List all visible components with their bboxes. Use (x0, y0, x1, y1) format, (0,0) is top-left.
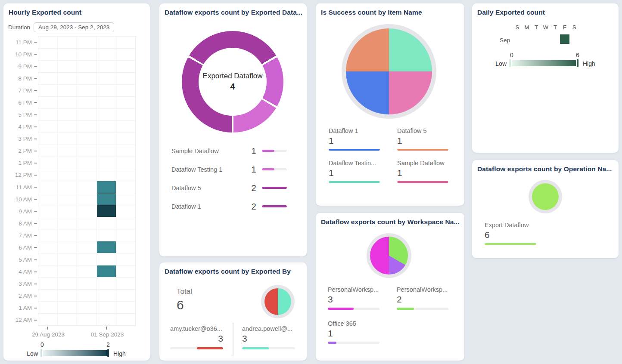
heatmap-cell[interactable] (38, 278, 58, 290)
heatmap-cell[interactable] (116, 37, 136, 49)
heatmap-cell[interactable] (38, 290, 58, 302)
heatmap-cell[interactable] (97, 157, 116, 169)
legend-item[interactable]: Dataflow Testin... 1 (329, 160, 380, 183)
heatmap-cell[interactable] (77, 49, 96, 61)
heatmap-cell[interactable] (116, 314, 136, 326)
heatmap-cell[interactable] (97, 85, 116, 97)
legend-item[interactable]: Dataflow 5 1 (397, 127, 448, 151)
heatmap-cell[interactable] (38, 217, 58, 229)
heatmap-cell[interactable] (38, 314, 58, 326)
heatmap-cell[interactable] (97, 37, 116, 49)
heatmap-cell[interactable] (38, 49, 58, 61)
heatmap-cell[interactable] (116, 73, 136, 85)
pie-chart[interactable] (532, 183, 559, 210)
heatmap-cell[interactable] (97, 205, 116, 217)
heatmap-cell[interactable] (77, 133, 96, 145)
heatmap-cell[interactable] (38, 253, 58, 265)
pie-chart[interactable] (370, 237, 408, 275)
heatmap-cell[interactable] (58, 193, 77, 205)
heatmap-cell[interactable] (58, 157, 77, 169)
heatmap-cell[interactable] (97, 169, 116, 181)
heatmap-cell[interactable] (38, 157, 58, 169)
heatmap-cell[interactable] (116, 145, 136, 157)
heatmap-cell[interactable] (38, 85, 58, 97)
donut-chart[interactable]: Exported Dataflow 4 (182, 31, 283, 133)
heatmap-cell[interactable] (116, 253, 136, 265)
heatmap-cell[interactable] (58, 253, 77, 265)
legend-item[interactable]: amy.tucker@o36... 3 (170, 325, 223, 349)
heatmap-cell[interactable] (38, 169, 58, 181)
heatmap-cell[interactable] (77, 37, 96, 49)
heatmap-cell[interactable] (77, 265, 96, 278)
heatmap-cell[interactable] (77, 217, 96, 229)
calendar-cell[interactable] (569, 34, 579, 44)
heatmap-cell[interactable] (116, 49, 136, 61)
heatmap-cell[interactable] (38, 193, 58, 205)
heatmap-cell[interactable] (97, 61, 116, 73)
heatmap-cell[interactable] (38, 109, 58, 121)
heatmap-cell[interactable] (58, 121, 77, 133)
heatmap-cell[interactable] (77, 97, 96, 109)
heatmap-cell[interactable] (97, 265, 116, 278)
heatmap-cell[interactable] (38, 37, 58, 49)
heatmap-cell[interactable] (58, 290, 77, 302)
heatmap-cell[interactable] (58, 241, 77, 253)
heatmap-cell[interactable] (38, 302, 58, 314)
heatmap-cell[interactable] (97, 217, 116, 229)
heatmap-cell[interactable] (77, 157, 96, 169)
heatmap-cell[interactable] (97, 278, 116, 290)
heatmap-cell[interactable] (58, 314, 77, 326)
heatmap-cell[interactable] (97, 253, 116, 265)
legend-item[interactable]: PersonalWorksp... 3 (328, 286, 379, 310)
heatmap-cell[interactable] (116, 229, 136, 241)
heatmap-cell[interactable] (116, 217, 136, 229)
calendar-cell[interactable] (541, 34, 550, 44)
legend-item[interactable]: Dataflow 5 2 (171, 182, 287, 193)
heatmap-cell[interactable] (97, 109, 116, 121)
heatmap-cell[interactable] (38, 265, 58, 278)
legend-item[interactable]: PersonalWorksp... 2 (397, 286, 448, 310)
heatmap-cell[interactable] (58, 205, 77, 217)
heatmap-cell[interactable] (58, 145, 77, 157)
heatmap-cell[interactable] (116, 265, 136, 278)
heatmap-cell[interactable] (77, 109, 96, 121)
heatmap-cell[interactable] (77, 181, 96, 193)
heatmap-cell[interactable] (77, 85, 96, 97)
heatmap-cell[interactable] (97, 181, 116, 193)
heatmap-cell[interactable] (58, 265, 77, 278)
calendar-cell[interactable] (560, 34, 569, 44)
heatmap-cell[interactable] (58, 181, 77, 193)
legend-item[interactable]: Sample Dataflow 1 (171, 145, 287, 156)
heatmap-cell[interactable] (58, 217, 77, 229)
heatmap-cell[interactable] (77, 169, 96, 181)
heatmap-cell[interactable] (38, 241, 58, 253)
heatmap-cell[interactable] (116, 61, 136, 73)
heatmap-cell[interactable] (116, 290, 136, 302)
heatmap-cell[interactable] (58, 278, 77, 290)
legend-item[interactable]: Dataflow 1 1 (329, 127, 380, 151)
heatmap-cell[interactable] (38, 181, 58, 193)
heatmap-cell[interactable] (77, 145, 96, 157)
heatmap-cell[interactable] (38, 229, 58, 241)
heatmap-cell[interactable] (58, 229, 77, 241)
heatmap-cell[interactable] (97, 145, 116, 157)
heatmap-cell[interactable] (77, 61, 96, 73)
pie-chart[interactable] (264, 288, 291, 315)
heatmap-cell[interactable] (58, 109, 77, 121)
heatmap-cell[interactable] (77, 229, 96, 241)
calendar-cell[interactable] (532, 34, 541, 44)
heatmap-cell[interactable] (77, 302, 96, 314)
legend-item[interactable]: Office 365 1 (328, 320, 379, 344)
legend-item[interactable]: Dataflow 1 2 (171, 201, 287, 212)
heatmap-cell[interactable] (38, 205, 58, 217)
heatmap-grid[interactable] (38, 36, 136, 326)
heatmap-cell[interactable] (38, 61, 58, 73)
heatmap-cell[interactable] (58, 302, 77, 314)
calendar-cell[interactable] (522, 34, 532, 44)
heatmap-cell[interactable] (58, 133, 77, 145)
heatmap-cell[interactable] (97, 290, 116, 302)
heatmap-cell[interactable] (97, 121, 116, 133)
heatmap-cell[interactable] (77, 241, 96, 253)
heatmap-cell[interactable] (97, 241, 116, 253)
heatmap-cell[interactable] (116, 181, 136, 193)
